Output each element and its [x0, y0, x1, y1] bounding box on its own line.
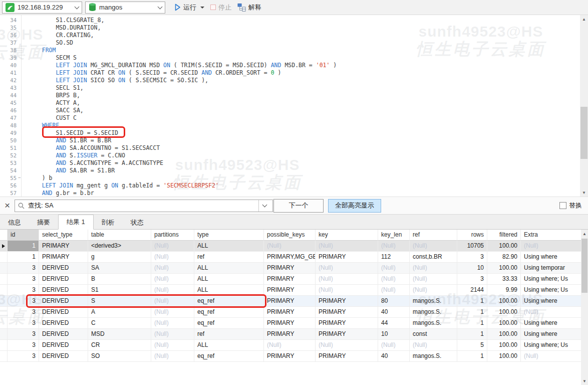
- table-cell[interactable]: 44: [378, 318, 410, 329]
- table-cell[interactable]: 100.00: [487, 318, 521, 329]
- table-cell[interactable]: MSD: [88, 329, 151, 340]
- table-scroll-thumb[interactable]: [581, 239, 587, 293]
- code-line[interactable]: 51 AND SA.ACCOUNTNO = S1.SECSACCT: [0, 144, 580, 152]
- code-line[interactable]: 46 SACC SA,: [0, 107, 580, 114]
- table-cell[interactable]: (Null): [316, 241, 378, 252]
- code-line[interactable]: 53 AND S.ACCTNGTYPE = A.ACCTNGTYPE: [0, 159, 580, 167]
- table-cell[interactable]: DERIVED: [39, 274, 88, 285]
- table-cell[interactable]: 100.00: [487, 296, 521, 307]
- table-cell[interactable]: 82.90: [487, 252, 521, 263]
- code-line[interactable]: 54 AND SA.BR = S1.BR: [0, 167, 580, 174]
- row-selector[interactable]: [0, 296, 8, 307]
- table-cell[interactable]: DERIVED: [39, 318, 88, 329]
- column-header[interactable]: type: [194, 230, 264, 241]
- table-cell[interactable]: 100.00: [487, 307, 521, 318]
- table-cell[interactable]: S1: [88, 285, 151, 296]
- table-cell[interactable]: (Null): [151, 329, 194, 340]
- editor-scroll-thumb[interactable]: [580, 107, 587, 159]
- table-cell[interactable]: A: [88, 307, 151, 318]
- table-cell[interactable]: 3: [8, 340, 39, 351]
- column-header[interactable]: possible_keys: [264, 230, 316, 241]
- table-cell[interactable]: ALL: [194, 241, 264, 252]
- table-cell[interactable]: PRIMARY: [316, 307, 378, 318]
- table-cell[interactable]: (Null): [151, 274, 194, 285]
- column-header[interactable]: rows: [457, 230, 487, 241]
- table-cell[interactable]: Using where: [521, 296, 581, 307]
- connection-select[interactable]: 192.168.19.229: [2, 2, 82, 14]
- table-cell[interactable]: 3: [8, 318, 39, 329]
- table-cell[interactable]: (Null): [151, 318, 194, 329]
- table-row[interactable]: 1PRIMARYg(Null)refPRIMARY,MG_GEPRIMARY11…: [0, 252, 581, 263]
- table-cell[interactable]: 1: [457, 318, 487, 329]
- table-cell[interactable]: mangos.S.: [410, 351, 457, 362]
- table-cell[interactable]: (Null): [521, 307, 581, 318]
- table-cell[interactable]: 2144: [457, 285, 487, 296]
- tab-1[interactable]: 信息: [0, 216, 29, 229]
- table-cell[interactable]: 10: [378, 329, 410, 340]
- search-input[interactable]: 查找: SA: [15, 200, 273, 212]
- code-line[interactable]: 42 LEFT JOIN SICO SO ON ( S.SECMSIC = SO…: [0, 77, 580, 84]
- run-button[interactable]: 运行: [174, 3, 204, 12]
- code-line[interactable]: 41 LEFT JOIN CRAT CR ON ( S.SECID = CR.S…: [0, 69, 580, 77]
- table-cell[interactable]: (Null): [316, 263, 378, 274]
- table-cell[interactable]: PRIMARY: [264, 285, 316, 296]
- table-cell[interactable]: eq_ref: [194, 307, 264, 318]
- column-header[interactable]: table: [88, 230, 151, 241]
- table-cell[interactable]: DERIVED: [39, 285, 88, 296]
- table-cell[interactable]: ALL: [194, 263, 264, 274]
- table-cell[interactable]: 3: [8, 263, 39, 274]
- table-cell[interactable]: eq_ref: [194, 296, 264, 307]
- row-selector[interactable]: [0, 329, 8, 340]
- table-cell[interactable]: 100.00: [487, 340, 521, 351]
- table-cell[interactable]: 1: [8, 241, 39, 252]
- table-cell[interactable]: PRIMARY: [316, 318, 378, 329]
- table-cell[interactable]: (Null): [378, 285, 410, 296]
- code-line[interactable]: 45 ACTY A,: [0, 99, 580, 107]
- table-row[interactable]: 3DERIVEDA(Null)eq_refPRIMARYPRIMARY40man…: [0, 307, 581, 318]
- table-cell[interactable]: Using where; Us: [521, 285, 581, 296]
- table-row[interactable]: 3DERIVEDS1(Null)ALLPRIMARY(Null)(Null)(N…: [0, 285, 581, 296]
- table-cell[interactable]: (Null): [378, 263, 410, 274]
- column-header[interactable]: select_type: [39, 230, 88, 241]
- table-cell[interactable]: PRIMARY: [264, 329, 316, 340]
- code-line[interactable]: 36 CR.CRATING,: [0, 32, 580, 39]
- table-cell[interactable]: (Null): [151, 296, 194, 307]
- scroll-down-icon[interactable]: ▼: [580, 188, 588, 197]
- code-line[interactable]: 50 AND S1.BR = B.BR: [0, 137, 580, 144]
- table-cell[interactable]: ALL: [194, 285, 264, 296]
- row-selector[interactable]: [0, 318, 8, 329]
- table-cell[interactable]: 3: [457, 274, 487, 285]
- column-header[interactable]: key: [316, 230, 378, 241]
- table-cell[interactable]: PRIMARY: [264, 351, 316, 362]
- table-cell[interactable]: (Null): [410, 263, 457, 274]
- table-cell[interactable]: 1: [8, 252, 39, 263]
- table-cell[interactable]: const: [410, 329, 457, 340]
- table-cell[interactable]: 40: [378, 351, 410, 362]
- run-menu-caret-icon[interactable]: [200, 7, 204, 9]
- table-cell[interactable]: PRIMARY: [264, 307, 316, 318]
- table-row[interactable]: 3DERIVEDB(Null)ALLPRIMARY(Null)(Null)(Nu…: [0, 274, 581, 285]
- table-cell[interactable]: (Null): [264, 340, 316, 351]
- table-cell[interactable]: (Null): [151, 340, 194, 351]
- table-cell[interactable]: S: [88, 296, 151, 307]
- column-header[interactable]: partitions: [151, 230, 194, 241]
- table-cell[interactable]: 40: [378, 307, 410, 318]
- table-cell[interactable]: 1: [457, 307, 487, 318]
- fold-marker-icon[interactable]: −: [18, 174, 21, 181]
- table-cell[interactable]: <derived3>: [88, 241, 151, 252]
- code-line[interactable]: 49 S1.SECID = S.SECID: [0, 129, 580, 137]
- table-cell[interactable]: (Null): [151, 285, 194, 296]
- table-cell[interactable]: PRIMARY: [264, 318, 316, 329]
- table-cell[interactable]: Using where: [521, 329, 581, 340]
- table-cell[interactable]: 100.00: [487, 329, 521, 340]
- table-cell[interactable]: g: [88, 252, 151, 263]
- close-icon[interactable]: ×: [5, 201, 10, 210]
- table-row[interactable]: 3DERIVEDC(Null)eq_refPRIMARYPRIMARY44man…: [0, 318, 581, 329]
- column-header[interactable]: filtered: [487, 230, 521, 241]
- table-cell[interactable]: PRIMARY: [316, 296, 378, 307]
- code-line[interactable]: 47 CUST C: [0, 114, 580, 122]
- column-header[interactable]: ref: [410, 230, 457, 241]
- code-line[interactable]: 35 MSD.DURATION,: [0, 24, 580, 32]
- editor-scrollbar[interactable]: ▲ ▼: [580, 15, 588, 197]
- table-cell[interactable]: (Null): [378, 340, 410, 351]
